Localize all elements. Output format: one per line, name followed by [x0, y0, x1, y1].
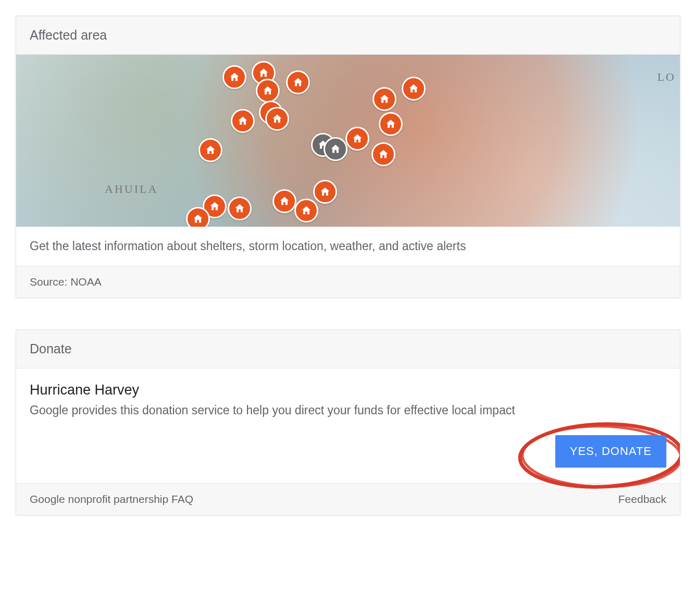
shelter-marker-icon[interactable] [294, 199, 318, 223]
card-footer: Source: NOAA [16, 266, 680, 298]
feedback-link[interactable]: Feedback [618, 493, 666, 506]
shelter-marker-icon[interactable] [231, 109, 255, 133]
card-header: Affected area [16, 16, 680, 55]
map-region-label: AHUILA [105, 182, 158, 196]
shelter-marker-icon[interactable] [324, 137, 347, 161]
donate-action-row: YES, DONATE [30, 435, 666, 467]
faq-link[interactable]: Google nonprofit partnership FAQ [30, 493, 193, 506]
shelter-marker-icon[interactable] [371, 142, 395, 166]
card-header: Donate [16, 330, 680, 368]
card-footer: Google nonprofit partnership FAQ Feedbac… [16, 483, 680, 515]
map-region-label: LO [657, 70, 676, 84]
shelter-marker-icon[interactable] [265, 107, 289, 131]
affected-area-card: Affected area AHUILA LO Get the latest i… [16, 16, 680, 298]
donate-button[interactable]: YES, DONATE [555, 435, 666, 467]
donate-title: Hurricane Harvey [30, 382, 666, 398]
shelter-marker-icon[interactable] [186, 207, 210, 227]
shelter-marker-icon[interactable] [272, 189, 296, 213]
donate-body: Hurricane Harvey Google provides this do… [16, 368, 680, 483]
shelter-marker-icon[interactable] [198, 138, 222, 162]
donate-description: Google provides this donation service to… [30, 403, 666, 417]
shelter-marker-icon[interactable] [313, 180, 337, 204]
donate-card: Donate Hurricane Harvey Google provides … [16, 329, 680, 515]
shelter-marker-icon[interactable] [345, 127, 369, 151]
card-body: Get the latest information about shelter… [16, 227, 680, 266]
shelter-marker-icon[interactable] [379, 112, 403, 136]
shelter-marker-icon[interactable] [222, 65, 246, 89]
shelter-marker-icon[interactable] [286, 70, 310, 94]
card-source-text: Source: NOAA [30, 276, 102, 288]
shelter-marker-icon[interactable] [228, 196, 252, 220]
affected-area-map[interactable]: AHUILA LO [16, 55, 680, 227]
card-header-text: Affected area [30, 28, 107, 42]
shelter-marker-icon[interactable] [256, 79, 280, 103]
shelter-marker-icon[interactable] [402, 77, 426, 101]
shelter-marker-icon[interactable] [372, 87, 396, 111]
card-header-text: Donate [30, 341, 72, 356]
card-body-text: Get the latest information about shelter… [30, 239, 466, 253]
